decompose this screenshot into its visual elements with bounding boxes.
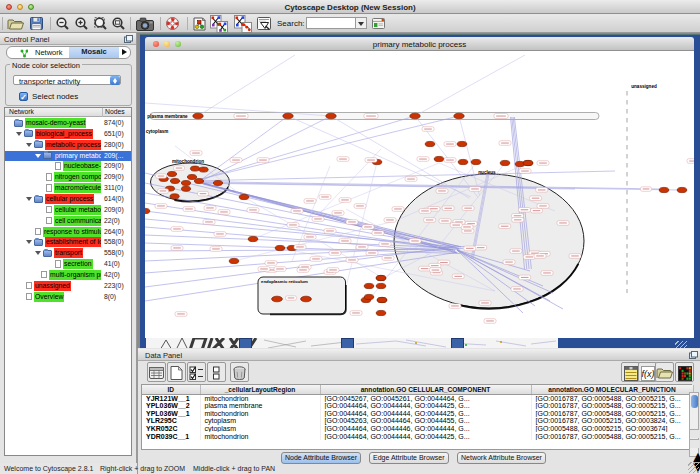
svg-text:nucleus: nucleus [478,170,496,175]
svg-text:f(x): f(x) [641,369,654,379]
svg-text:unassigned: unassigned [631,84,657,89]
svg-text:endoplasmic reticulum: endoplasmic reticulum [261,279,308,284]
svg-text:mitochondrion: mitochondrion [172,159,204,164]
svg-text:cytoplasm: cytoplasm [146,129,169,134]
svg-text:plasma membrane: plasma membrane [147,114,188,119]
